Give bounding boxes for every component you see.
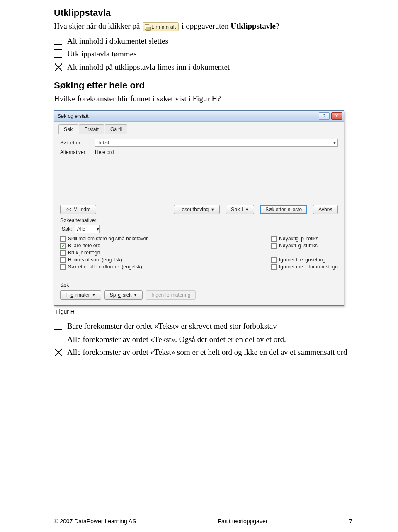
choice-label: Bare forekomster der ordet «Tekst» er sk… bbox=[67, 321, 352, 332]
checkbox-icon[interactable] bbox=[54, 49, 62, 58]
choice-2b[interactable]: Alle forekomster av ordet «Tekst». Også … bbox=[54, 334, 352, 345]
close-button[interactable]: X bbox=[331, 112, 342, 120]
choice-1b[interactable]: Utklippstavla tømmes bbox=[54, 49, 352, 59]
footer-left: © 2007 DataPower Learning AS bbox=[54, 518, 136, 525]
paste-all-label: Lim inn alt bbox=[151, 24, 176, 30]
q1-end: ? bbox=[276, 22, 279, 30]
choice-label: Alle forekomster av ordet «Tekst» som er… bbox=[67, 347, 352, 358]
chevron-down-icon[interactable]: ▾ bbox=[97, 226, 99, 232]
question2: Hvilke forekomster blir funnet i søket v… bbox=[54, 93, 352, 104]
q1-prefix: Hva skjer når du klikker på bbox=[54, 22, 142, 30]
footer-page-number: 7 bbox=[349, 518, 352, 525]
choice-label: Alle forekomster av ordet «Tekst». Også … bbox=[67, 334, 352, 345]
checkbox-icon[interactable] bbox=[60, 250, 66, 256]
help-icon: ? bbox=[323, 114, 325, 118]
page-footer: © 2007 DataPower Learning AS Fasit teori… bbox=[0, 515, 398, 525]
search-value: Tekst bbox=[97, 140, 109, 146]
option-ignore-punct[interactable]: Ignorer tegnsetting bbox=[271, 257, 338, 263]
question1: Hva skjer når du klikker på Lim inn alt … bbox=[54, 21, 352, 32]
option-whole-word[interactable]: Bare hele ord bbox=[60, 243, 148, 249]
checkbox-icon[interactable] bbox=[54, 335, 62, 343]
tab-goto[interactable]: Gå til bbox=[105, 124, 127, 134]
less-button[interactable]: << Mindre bbox=[60, 205, 96, 214]
option-ignore-space[interactable]: Ignorer mellomromstegn bbox=[271, 264, 338, 270]
direction-value: Alle bbox=[77, 226, 85, 232]
no-formatting-button: Ingen formatering bbox=[146, 290, 196, 300]
chevron-down-icon: ▼ bbox=[133, 293, 137, 297]
option-word-forms[interactable]: Søk etter alle ordformer (engelsk) bbox=[60, 264, 148, 270]
dialog-tabs: Søk Erstatt Gå til bbox=[58, 124, 340, 134]
checkbox-icon[interactable] bbox=[271, 264, 277, 270]
choice-2a[interactable]: Bare forekomster der ordet «Tekst» er sk… bbox=[54, 321, 352, 332]
group-title: Søk bbox=[60, 282, 338, 288]
search-options-title: Søkealternativer bbox=[60, 217, 338, 223]
paste-all-button[interactable]: Lim inn alt bbox=[143, 22, 179, 32]
figure-caption: Figur H bbox=[56, 308, 352, 315]
checkbox-icon[interactable] bbox=[60, 236, 66, 242]
reading-highlight-button[interactable]: Leseutheving ▼ bbox=[174, 205, 220, 214]
chevron-down-icon: ▼ bbox=[92, 293, 96, 297]
checkbox-icon[interactable] bbox=[60, 264, 66, 270]
option-wildcards[interactable]: Bruk jokertegn bbox=[60, 250, 148, 256]
option-sounds-like[interactable]: Høres ut som (engelsk) bbox=[60, 257, 148, 263]
choice-1a[interactable]: Alt innhold i dokumentet slettes bbox=[54, 36, 352, 46]
tab-find[interactable]: Søk bbox=[58, 124, 78, 134]
checkbox-icon[interactable] bbox=[54, 37, 62, 45]
checkbox-icon[interactable] bbox=[271, 257, 277, 263]
checkbox-checked-icon[interactable] bbox=[60, 243, 66, 249]
checkbox-checked-icon[interactable] bbox=[54, 63, 62, 71]
choice-label: Alt innhold i dokumentet slettes bbox=[67, 36, 352, 46]
format-button[interactable]: Formater ▼ bbox=[60, 290, 101, 300]
paste-icon bbox=[144, 24, 150, 30]
option-match-case[interactable]: Skill mellom store og små bokstaver bbox=[60, 236, 148, 242]
search-label: Søk etter: bbox=[60, 140, 92, 146]
checkbox-icon[interactable] bbox=[54, 322, 62, 330]
dialog-titlebar: Søk og erstatt ? X bbox=[54, 111, 344, 122]
choice-1c[interactable]: Alt innhold på utklippstavla limes inn i… bbox=[54, 62, 352, 73]
find-replace-dialog: Søk og erstatt ? X Søk Erstatt Gå til Sø… bbox=[54, 110, 344, 306]
choices-group-2: Bare forekomster der ordet «Tekst» er sk… bbox=[54, 321, 352, 358]
direction-label: Søk: bbox=[62, 226, 72, 232]
checkbox-icon[interactable] bbox=[271, 236, 277, 242]
search-input[interactable]: Tekst ▾ bbox=[95, 139, 338, 147]
alternatives-value: Hele ord bbox=[95, 149, 114, 155]
section1-title: Utklippstavla bbox=[54, 7, 352, 18]
section2-title: Søking etter hele ord bbox=[54, 80, 352, 91]
choices-group-1: Alt innhold i dokumentet slettes Utklipp… bbox=[54, 36, 352, 73]
chevron-down-icon: ▼ bbox=[245, 207, 249, 212]
q1-term: Utklippstavle bbox=[231, 22, 276, 30]
direction-select[interactable]: Alle ▾ bbox=[75, 225, 100, 233]
checkbox-checked-icon[interactable] bbox=[54, 348, 62, 356]
q1-suffix: i oppgaveruten bbox=[182, 22, 231, 30]
choice-2c[interactable]: Alle forekomster av ordet «Tekst» som er… bbox=[54, 347, 352, 358]
footer-center: Fasit teorioppgaver bbox=[218, 518, 268, 525]
checkbox-icon[interactable] bbox=[60, 257, 66, 263]
search-in-button[interactable]: Søk i ▼ bbox=[226, 205, 254, 214]
cancel-button[interactable]: Avbryt bbox=[313, 205, 338, 214]
help-button[interactable]: ? bbox=[319, 112, 330, 120]
choice-label: Utklippstavla tømmes bbox=[67, 49, 352, 59]
tab-replace[interactable]: Erstatt bbox=[79, 124, 104, 134]
special-button[interactable]: Spesielt ▼ bbox=[104, 290, 143, 300]
option-prefix[interactable]: Nøyaktig prefiks bbox=[271, 236, 338, 242]
find-next-button[interactable]: Søk etter neste bbox=[260, 205, 307, 214]
option-suffix[interactable]: Nøyaktig suffiks bbox=[271, 243, 338, 249]
dialog-title: Søk og erstatt bbox=[58, 113, 89, 119]
chevron-down-icon: ▼ bbox=[211, 207, 214, 212]
checkbox-icon[interactable] bbox=[271, 243, 277, 249]
alternatives-label: Alternativer: bbox=[60, 149, 92, 155]
choice-label: Alt innhold på utklippstavla limes inn i… bbox=[67, 62, 352, 73]
close-icon: X bbox=[335, 114, 338, 118]
chevron-down-icon[interactable]: ▾ bbox=[331, 139, 337, 146]
